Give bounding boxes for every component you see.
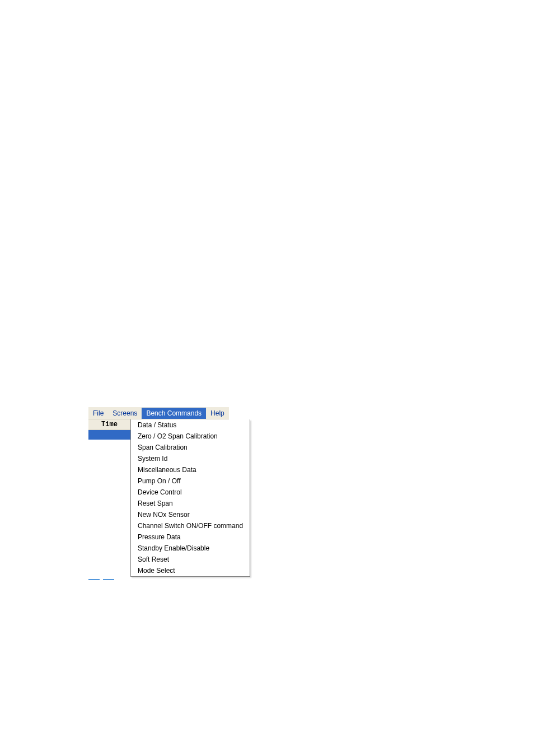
menu-file[interactable]: File [88,408,108,419]
dropdown-item-miscellaneous-data[interactable]: Miscellaneous Data [131,464,250,475]
dropdown-item-reset-span[interactable]: Reset Span [131,498,250,509]
link-fragment [88,579,100,580]
application-window: File Screens Bench Commands Help Time Da… [88,407,229,442]
dropdown-item-pump-on-off[interactable]: Pump On / Off [131,475,250,487]
dropdown-item-channel-switch[interactable]: Channel Switch ON/OFF command [131,520,250,531]
dropdown-item-device-control[interactable]: Device Control [131,487,250,498]
dropdown-item-system-id[interactable]: System Id [131,453,250,464]
dropdown-item-standby-enable-disable[interactable]: Standby Enable/Disable [131,543,250,554]
menubar: File Screens Bench Commands Help [88,407,229,419]
bench-commands-dropdown: Data / Status Zero / O2 Span Calibration… [130,419,250,577]
table-row-selected[interactable] [88,430,131,440]
dropdown-item-soft-reset[interactable]: Soft Reset [131,554,250,565]
menu-help[interactable]: Help [206,408,229,419]
link-fragment [103,579,114,580]
menu-bench-commands[interactable]: Bench Commands [142,408,206,419]
dropdown-item-pressure-data[interactable]: Pressure Data [131,531,250,543]
dropdown-item-span-calibration[interactable]: Span Calibration [131,442,250,453]
dropdown-item-new-nox-sensor[interactable]: New NOx Sensor [131,509,250,520]
dropdown-item-mode-select[interactable]: Mode Select [131,565,250,576]
dropdown-item-zero-o2-span-calibration[interactable]: Zero / O2 Span Calibration [131,431,250,442]
column-header-time[interactable]: Time [88,419,131,430]
menu-screens[interactable]: Screens [108,408,142,419]
dropdown-item-data-status[interactable]: Data / Status [131,419,250,431]
